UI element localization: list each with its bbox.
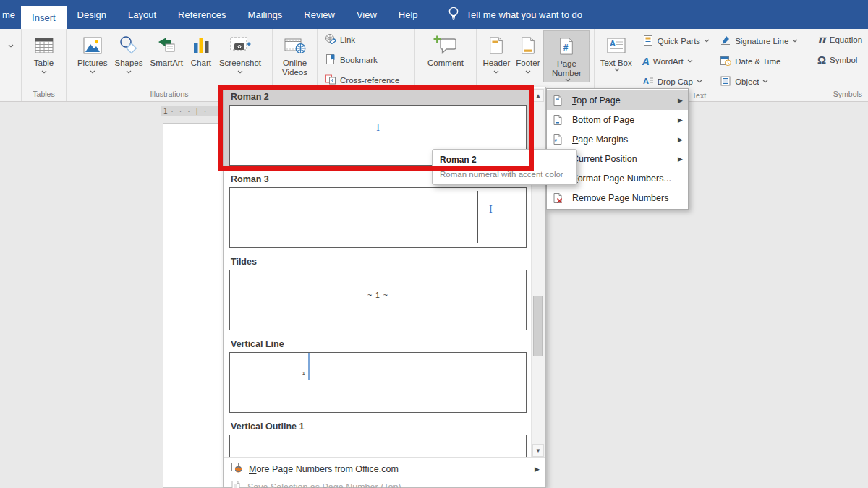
- tab-insert[interactable]: Insert: [21, 6, 67, 29]
- page-number-button[interactable]: # Page Number: [543, 30, 590, 82]
- wordart-label: WordArt: [653, 57, 684, 66]
- tab-view[interactable]: View: [346, 0, 388, 29]
- text-box-button[interactable]: A Text Box: [597, 30, 635, 72]
- ruler[interactable]: 1 · · · | ·: [161, 106, 220, 116]
- scroll-up-button[interactable]: ▲: [532, 89, 544, 102]
- object-icon: [720, 75, 731, 88]
- ruler-ticks: · · · | ·: [171, 108, 208, 115]
- pictures-icon: [82, 33, 103, 59]
- chevron-down-icon: [237, 70, 243, 74]
- preview-page-number: ~ 1 ~: [230, 270, 526, 299]
- header-button[interactable]: Header: [481, 30, 513, 74]
- quick-parts-button[interactable]: Quick Parts: [639, 32, 712, 50]
- pictures-button[interactable]: Pictures: [75, 30, 110, 74]
- footer-icon: [519, 33, 537, 59]
- symbol-icon: Ω: [817, 53, 826, 66]
- menu-item-remove-page-numbers[interactable]: Remove Page Numbers: [547, 188, 688, 207]
- menu-item-label: Format Page Numbers...: [572, 174, 671, 184]
- menu-item-label: Page Margins: [572, 134, 628, 145]
- smartart-button[interactable]: SmartArt: [148, 30, 185, 68]
- submenu-arrow-icon: ▶: [678, 136, 683, 143]
- object-button[interactable]: Object: [717, 72, 801, 90]
- equation-icon: π: [817, 33, 826, 46]
- tab-mailings[interactable]: Mailings: [237, 0, 294, 29]
- link-button[interactable]: Link: [322, 30, 358, 48]
- svg-text:A: A: [610, 39, 616, 48]
- svg-text:#: #: [563, 43, 569, 53]
- menu-item-top-of-page[interactable]: Top of Page▶: [547, 90, 688, 110]
- drop-cap-label: Drop Cap: [658, 77, 693, 86]
- cutoff-dropdown-chevron-icon[interactable]: [8, 39, 14, 52]
- scroll-down-button[interactable]: ▼: [532, 444, 544, 457]
- gallery-item-label: Vertical Outline 1: [224, 420, 531, 433]
- symbol-label: Symbol: [830, 56, 857, 64]
- symbol-button[interactable]: Ω Symbol: [814, 51, 860, 69]
- wordart-button[interactable]: A WordArt: [639, 52, 712, 70]
- link-icon: [325, 33, 336, 46]
- shapes-label: Shapes: [114, 59, 142, 68]
- gallery-item-tildes[interactable]: Tildes~ 1 ~: [224, 254, 531, 336]
- screenshot-button[interactable]: Screenshot: [217, 30, 263, 74]
- comment-label: Comment: [427, 59, 464, 68]
- submenu-arrow-icon: ▶: [678, 97, 683, 104]
- chevron-down-icon: [792, 39, 798, 43]
- chevron-down-icon: [41, 70, 47, 74]
- chevron-down-icon: [565, 78, 571, 82]
- menu-item-bottom-of-page[interactable]: Bottom of Page▶: [547, 110, 688, 129]
- gallery-scrollbar[interactable]: ▲ ▼: [531, 88, 545, 458]
- online-videos-label: Online Videos: [276, 59, 315, 77]
- chevron-down-icon: [697, 80, 702, 83]
- table-button[interactable]: Table: [31, 30, 57, 74]
- chart-icon: [190, 33, 212, 59]
- date-time-button[interactable]: Date & Time: [717, 52, 801, 70]
- menu-item-page-margins[interactable]: #Page Margins▶: [547, 129, 688, 149]
- tab-design[interactable]: Design: [67, 0, 117, 29]
- tab-review[interactable]: Review: [293, 0, 346, 29]
- comment-button[interactable]: Comment: [425, 30, 466, 68]
- gallery-item-preview: I: [229, 187, 527, 248]
- gallery-tooltip: Roman 2 Roman numeral with accent color: [432, 149, 577, 185]
- ruler-number: 1: [163, 107, 168, 115]
- gallery-footer-save-selection-as-page-number-top: Save Selection as Page Number (Top): [224, 478, 545, 488]
- remove-numbers-icon: [553, 192, 565, 204]
- equation-button[interactable]: π Equation: [814, 30, 865, 48]
- online-videos-button[interactable]: Online Videos: [273, 30, 317, 77]
- smartart-label: SmartArt: [150, 59, 183, 68]
- gallery-item-vertical-line[interactable]: Vertical Line1: [224, 336, 531, 419]
- footer-label: Footer: [516, 59, 540, 68]
- shapes-button[interactable]: Shapes: [112, 30, 145, 74]
- signature-line-icon: [720, 35, 731, 48]
- menu-item-label: Remove Page Numbers: [572, 193, 668, 203]
- ribbon-group-tables: Table Tables: [22, 29, 67, 101]
- gallery-footer-label: Save Selection as Page Number (Top): [247, 482, 401, 488]
- page-bottom-icon: [553, 114, 565, 126]
- tab-references[interactable]: References: [167, 0, 237, 29]
- wordart-icon: A: [642, 56, 650, 67]
- gallery-item-preview: [229, 435, 527, 458]
- signature-line-button[interactable]: Signature Line: [717, 32, 801, 50]
- gallery-item-label: Tildes: [224, 255, 531, 268]
- chart-button[interactable]: Chart: [188, 30, 214, 68]
- footer-button[interactable]: Footer: [514, 30, 542, 74]
- page-number-label: Page Number: [546, 59, 587, 78]
- gallery-footer-more-page-numbers-from-office-com[interactable]: More Page Numbers from Office.com▶: [224, 460, 545, 478]
- gallery-list: Roman 2IRoman 3ITildes~ 1 ~Vertical Line…: [224, 87, 531, 458]
- gallery-item-vertical-outline-1[interactable]: Vertical Outline 1: [224, 419, 531, 458]
- tab-layout[interactable]: Layout: [117, 0, 167, 29]
- chevron-down-icon: [90, 70, 95, 74]
- signature-line-label: Signature Line: [735, 37, 788, 46]
- bookmark-button[interactable]: Bookmark: [322, 51, 380, 69]
- chevron-down-icon: [126, 70, 132, 74]
- accent-vertical-line: [477, 191, 478, 243]
- tell-me-search[interactable]: Tell me what you want to do: [448, 0, 582, 29]
- tab-home-partial[interactable]: me: [0, 0, 21, 29]
- tab-help[interactable]: Help: [388, 0, 429, 29]
- scrollbar-thumb[interactable]: [533, 296, 543, 356]
- submenu-arrow-icon: ▶: [535, 466, 540, 473]
- symbols-group-label: Symbols: [804, 89, 868, 101]
- chevron-down-icon: [493, 70, 499, 74]
- save-gallery-icon: [231, 480, 241, 488]
- svg-text:A: A: [643, 76, 649, 85]
- bookmark-icon: [325, 53, 336, 67]
- quick-parts-label: Quick Parts: [658, 37, 700, 46]
